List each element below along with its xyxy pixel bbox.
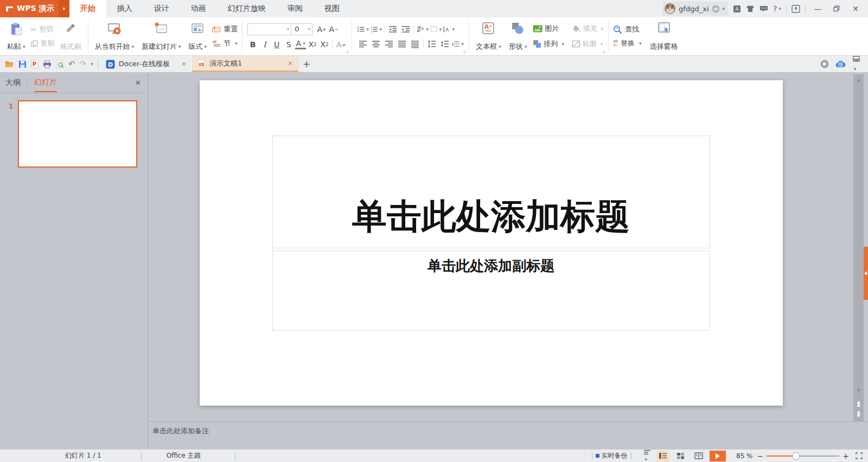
close-button[interactable]: ✕ xyxy=(848,0,863,17)
cloud-sync-icon[interactable] xyxy=(835,60,846,68)
backup-label[interactable]: 实时备份 xyxy=(602,451,628,460)
reset-slide-button[interactable]: 重置 xyxy=(212,24,238,34)
new-slide-button[interactable]: 新建幻灯片 xyxy=(138,19,185,54)
copy-button[interactable]: 复制 xyxy=(31,39,55,48)
font-size-select[interactable]: 0 ▾ xyxy=(291,24,312,35)
feedback-icon[interactable] xyxy=(760,5,768,12)
bullets-button[interactable] xyxy=(357,24,369,35)
restore-button[interactable] xyxy=(829,0,844,17)
save-icon[interactable] xyxy=(18,60,27,68)
line-spacing-decrease-button[interactable] xyxy=(439,39,451,49)
cut-button[interactable]: ✂ 剪切 xyxy=(31,24,55,34)
section-button[interactable]: 节 xyxy=(212,39,238,48)
app-menu-dropdown[interactable]: ▾ xyxy=(59,0,69,17)
help-button[interactable]: ? xyxy=(773,4,781,13)
skin-icon[interactable] xyxy=(746,5,755,12)
font-dialog-launcher[interactable] xyxy=(346,50,348,53)
subtitle-placeholder[interactable]: 单击此处添加副标题 xyxy=(272,251,710,331)
decrease-font-button[interactable]: A− xyxy=(328,24,339,35)
slide-thumbnail[interactable] xyxy=(18,100,137,168)
open-file-icon[interactable] xyxy=(5,60,14,68)
tab-outline[interactable]: 大纲 xyxy=(5,73,21,92)
print-preview-icon[interactable] xyxy=(56,60,64,68)
font-name-select[interactable]: ▾ xyxy=(248,24,291,35)
font-color-button[interactable]: A xyxy=(295,39,306,49)
insert-dialog-launcher[interactable] xyxy=(602,50,605,53)
strikethrough-button[interactable]: S xyxy=(283,39,294,50)
text-direction-button[interactable]: A xyxy=(417,24,429,35)
quick-access-dropdown-icon[interactable]: ▾ xyxy=(91,61,93,67)
underline-button[interactable]: U xyxy=(271,39,282,50)
format-painter-button[interactable]: 格式刷 xyxy=(56,19,85,54)
zoom-slider[interactable] xyxy=(767,452,839,460)
account-area[interactable]: gfdgd_xi ▾ xyxy=(662,2,728,16)
text-box-button[interactable]: A 文本框 xyxy=(472,19,505,54)
replace-button[interactable]: ab ac 替换 xyxy=(613,39,641,48)
next-slide-icon[interactable]: ▼▼ xyxy=(853,412,864,417)
collapse-ribbon-icon[interactable] xyxy=(792,5,800,13)
scroll-down-icon[interactable]: ▼ xyxy=(853,388,864,393)
increase-font-button[interactable]: A+ xyxy=(316,24,327,35)
notes-area[interactable]: 单击此处添加备注 xyxy=(148,421,868,449)
window-layout-icon[interactable] xyxy=(852,55,860,73)
app-logo[interactable]: WPS 演示 xyxy=(0,0,59,17)
tab-close-icon[interactable]: × xyxy=(181,60,187,68)
slide-layout-button[interactable]: 版式 xyxy=(185,19,211,54)
distribute-button[interactable] xyxy=(409,39,421,49)
scroll-up-icon[interactable]: ▲ xyxy=(853,78,864,82)
paste-button[interactable]: 粘贴 xyxy=(3,19,29,54)
selection-pane-button[interactable]: 选择窗格 xyxy=(643,19,685,54)
slideshow-play-button[interactable] xyxy=(710,451,726,461)
zoom-in-button[interactable]: + xyxy=(843,452,849,460)
superscript-button[interactable]: X2 xyxy=(307,39,318,50)
title-placeholder[interactable]: 单击此处添加标题 xyxy=(272,136,710,248)
zoom-percentage[interactable]: 85 % xyxy=(730,452,753,460)
tab-close-icon[interactable]: × xyxy=(288,60,293,67)
theme-name[interactable]: Office 主题 xyxy=(167,451,201,460)
previous-slide-icon[interactable]: ▲▲ xyxy=(853,401,864,406)
find-button[interactable]: 查找 xyxy=(613,24,641,34)
reading-view-button[interactable] xyxy=(692,451,705,461)
arrange-button[interactable]: 排列 xyxy=(533,39,564,49)
zoom-slider-thumb[interactable] xyxy=(792,452,800,460)
tab-docer[interactable]: D Docer-在线模板 × xyxy=(100,56,192,72)
paragraph-dialog-launcher[interactable] xyxy=(463,50,465,53)
fit-to-window-icon[interactable] xyxy=(856,452,863,459)
menu-tab-insert[interactable]: 插入 xyxy=(106,0,143,17)
zoom-out-button[interactable]: − xyxy=(757,452,764,460)
align-right-button[interactable] xyxy=(383,39,395,49)
undo-icon[interactable]: ↶ xyxy=(68,59,75,69)
notes-toggle-button[interactable] xyxy=(643,450,651,462)
export-pdf-icon[interactable]: P xyxy=(31,60,39,68)
taskpane-expand-handle[interactable] xyxy=(864,247,868,300)
menu-tab-view[interactable]: 视图 xyxy=(314,0,350,17)
align-center-button[interactable] xyxy=(370,39,382,49)
menu-tab-animation[interactable]: 动画 xyxy=(180,0,217,17)
char-direction-button[interactable]: A xyxy=(443,24,455,35)
tab-presentation1[interactable]: 演示文稿1 × xyxy=(192,56,298,72)
fill-button[interactable]: 填充 xyxy=(572,24,604,34)
redo-icon[interactable]: ↷ xyxy=(80,59,87,69)
clear-format-button[interactable]: A xyxy=(336,39,347,50)
panel-close-icon[interactable]: × xyxy=(135,78,141,87)
line-spacing-increase-button[interactable] xyxy=(426,39,438,49)
numbering-button[interactable]: 123 xyxy=(370,24,382,35)
increase-indent-button[interactable] xyxy=(400,24,412,35)
docer-doc-icon[interactable]: A xyxy=(733,5,741,13)
align-left-button[interactable] xyxy=(357,39,369,49)
subscript-button[interactable]: X2 xyxy=(319,39,330,50)
slide-canvas[interactable]: 单击此处添加标题 单击此处添加副标题 xyxy=(200,80,783,406)
menu-tab-home[interactable]: 开始 xyxy=(69,0,106,17)
picture-button[interactable]: 图片 xyxy=(533,24,564,34)
decrease-indent-button[interactable] xyxy=(387,24,399,35)
text-box-style-button[interactable] xyxy=(430,24,442,35)
normal-view-button[interactable] xyxy=(656,451,669,461)
menu-tab-slideshow[interactable]: 幻灯片放映 xyxy=(217,0,277,17)
italic-button[interactable]: I xyxy=(259,39,270,50)
justify-button[interactable] xyxy=(396,39,408,49)
shapes-button[interactable]: 形状 xyxy=(505,19,531,54)
paragraph-spacing-button[interactable] xyxy=(452,39,464,49)
vertical-scrollbar[interactable]: ▲ ▼ ▲▲ ▼▼ xyxy=(853,74,864,421)
docer-entry-icon[interactable] xyxy=(820,60,829,68)
new-tab-button[interactable]: + xyxy=(298,56,315,72)
